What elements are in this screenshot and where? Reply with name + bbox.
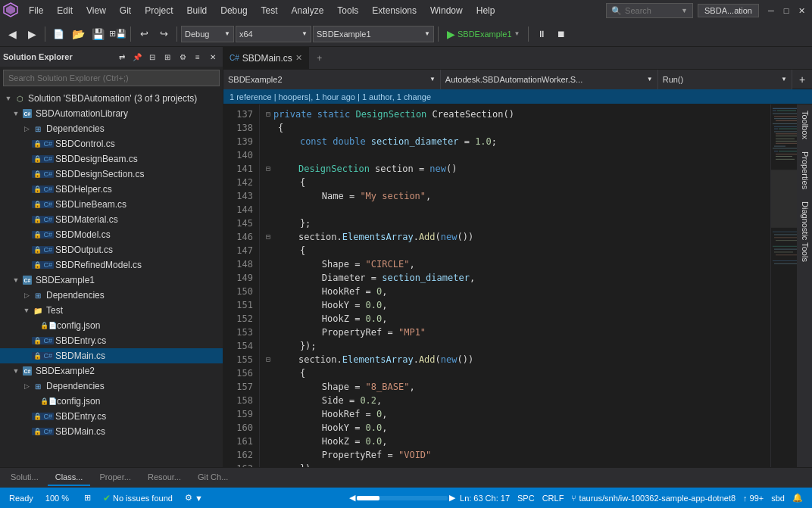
tree-item-sbdmain-2[interactable]: 🔒 C# SBDMain.cs — [0, 424, 223, 439]
menu-build[interactable]: Build — [181, 4, 214, 17]
tree-item-example1[interactable]: ▼ C# SBDExample1 — [0, 273, 223, 288]
status-position[interactable]: Ln: 63 Ch: 17 — [457, 494, 513, 503]
tree-item-sbdentry-2[interactable]: 🔒 C# SBDEntry.cs — [0, 409, 223, 424]
se-collapse-button[interactable]: ⊟ — [145, 50, 159, 64]
status-format[interactable]: ⊞ — [81, 493, 94, 503]
scroll-right-icon[interactable]: ▶ — [449, 493, 455, 503]
nav-file-dropdown[interactable]: SBDExample2 ▼ — [223, 70, 441, 89]
fold-icon[interactable]: ⊟ — [266, 353, 270, 366]
maximize-button[interactable]: □ — [779, 3, 794, 18]
properties-tab[interactable]: Properties — [797, 145, 812, 195]
tree-item-library[interactable]: ▼ C# SBDAutomationLibrary — [0, 106, 223, 121]
tree-item-cs-1[interactable]: 🔒 C# SBDControl.cs — [0, 136, 223, 151]
tree-item-config-json-2[interactable]: 🔒📄 config.json — [0, 394, 223, 409]
tree-item-cs-8[interactable]: 🔒 C# SBDOutput.cs — [0, 242, 223, 257]
menu-search-box[interactable]: 🔍 ▼ — [606, 3, 693, 18]
code-editor[interactable]: ⊟private static DesignSection CreateSect… — [260, 104, 770, 467]
menu-git[interactable]: Git — [114, 4, 137, 17]
title-button[interactable]: SBDA...ation — [698, 4, 759, 17]
debug-config-dropdown[interactable]: Debug ▼ — [181, 26, 234, 42]
forward-button[interactable]: ▶ — [23, 25, 41, 43]
open-button[interactable]: 📂 — [69, 25, 87, 43]
toolbox-tab[interactable]: Toolbox — [797, 104, 812, 145]
arch-dropdown[interactable]: x64 ▼ — [236, 26, 311, 42]
bottom-tab-git[interactable]: Git Ch... — [190, 469, 236, 486]
new-project-button[interactable]: 📄 — [49, 25, 67, 43]
status-notifications[interactable]: 🔔 — [789, 493, 806, 503]
menu-file[interactable]: File — [23, 4, 49, 17]
scroll-left-icon[interactable]: ◀ — [349, 493, 355, 503]
status-sbd[interactable]: sbd — [768, 494, 788, 503]
stop-button[interactable]: ⏹ — [552, 25, 570, 43]
fold-icon[interactable]: ⊟ — [266, 108, 270, 121]
se-filter-button[interactable]: ⊞ — [161, 50, 174, 64]
bottom-tab-properties[interactable]: Proper... — [92, 469, 139, 486]
tree-item-cs-5[interactable]: 🔒 C# SBDLineBeam.cs — [0, 197, 223, 212]
tree-item-deps-3[interactable]: ▷ ⊞ Dependencies — [0, 379, 223, 394]
menu-search-input[interactable] — [625, 6, 678, 15]
se-settings-button[interactable]: ⚙ — [176, 50, 189, 64]
menu-view[interactable]: View — [80, 4, 112, 17]
tree-item-example2[interactable]: ▼ C# SBDExample2 — [0, 363, 223, 379]
menu-tools[interactable]: Tools — [331, 4, 364, 17]
break-button[interactable]: ⏸ — [532, 25, 551, 43]
save-all-button[interactable]: ⊞💾 — [108, 25, 126, 43]
tree-item-sbdentry-1[interactable]: 🔒 C# SBDEntry.cs — [0, 333, 223, 348]
fold-icon[interactable]: ⊟ — [266, 162, 270, 176]
fold-icon[interactable]: ⊟ — [266, 230, 270, 244]
status-issues[interactable]: ✔ No issues found — [100, 493, 176, 503]
se-pin-button[interactable]: 📌 — [130, 50, 144, 64]
menu-debug[interactable]: Debug — [214, 4, 253, 17]
close-button[interactable]: ✕ — [794, 3, 809, 18]
back-button[interactable]: ◀ — [3, 25, 21, 43]
tab-add-button[interactable]: + — [309, 53, 330, 64]
minimize-button[interactable]: ─ — [764, 3, 779, 18]
tree-item-deps-2[interactable]: ▷ ⊞ Dependencies — [0, 288, 223, 303]
nav-method-dropdown[interactable]: Run() ▼ — [658, 70, 792, 89]
tree-item-cs-4[interactable]: 🔒 C# SBDHelper.cs — [0, 182, 223, 197]
tree-item-cs-2[interactable]: 🔒 C# SBDDesignBeam.cs — [0, 151, 223, 167]
save-button[interactable]: 💾 — [89, 25, 107, 43]
menu-extensions[interactable]: Extensions — [366, 4, 423, 17]
menu-edit[interactable]: Edit — [51, 4, 79, 17]
status-zoom[interactable]: 100 % — [42, 494, 72, 503]
solution-explorer-search-input[interactable] — [3, 70, 220, 86]
tree-item-config-json-1[interactable]: 🔒📄 config.json — [0, 318, 223, 333]
redo-button[interactable]: ↪ — [155, 25, 173, 43]
menu-window[interactable]: Window — [424, 4, 469, 17]
menu-analyze[interactable]: Analyze — [286, 4, 330, 17]
tree-item-cs-9[interactable]: 🔒 C# SBDRefinedModel.cs — [0, 257, 223, 273]
nav-add-button[interactable]: + — [792, 70, 812, 89]
tab-close-button[interactable]: ✕ — [295, 53, 302, 63]
undo-button[interactable]: ↩ — [135, 25, 153, 43]
nav-class-dropdown[interactable]: Autodesk.SBDAutomationWorker.S... ▼ — [441, 70, 658, 89]
tree-item-cs-7[interactable]: 🔒 C# SBDModel.cs — [0, 227, 223, 242]
menu-test[interactable]: Test — [255, 4, 284, 17]
status-encoding[interactable]: SPC — [514, 494, 538, 503]
diagnostic-tools-tab[interactable]: Diagnostic Tools — [797, 195, 812, 268]
se-close-button[interactable]: ✕ — [206, 50, 220, 64]
menu-help[interactable]: Help — [470, 4, 501, 17]
tree-item-solution[interactable]: ▼ ⬡ Solution 'SBDAutomation' (3 of 3 pro… — [0, 91, 223, 106]
run-button[interactable]: ▶ SBDExample1 ▼ — [442, 26, 524, 42]
status-line-ending[interactable]: CRLF — [539, 494, 567, 503]
se-sync-button[interactable]: ⇄ — [115, 50, 129, 64]
tree-item-cs-3[interactable]: 🔒 C# SBDDesignSection.cs — [0, 167, 223, 182]
tree-item-deps-1[interactable]: ▷ ⊞ Dependencies — [0, 121, 223, 136]
status-commits[interactable]: ↑ 99+ — [740, 494, 767, 503]
tree-item-sbdmain-1[interactable]: 🔒 C# SBDMain.cs — [0, 348, 223, 363]
code-line-144 — [266, 203, 764, 217]
tab-sbdmain[interactable]: C# SBDMain.cs ✕ — [223, 47, 309, 70]
status-branch[interactable]: ⑂ taurus/snh/iw-100362-sample-app-dotnet… — [568, 494, 739, 503]
project-dropdown[interactable]: SBDExample1 ▼ — [313, 26, 434, 42]
status-ready[interactable]: Ready — [6, 494, 36, 503]
bottom-tab-solution[interactable]: Soluti... — [3, 469, 46, 486]
bottom-tab-class[interactable]: Class... — [48, 469, 91, 486]
tree-item-folder-test[interactable]: ▼ 📁 Test — [0, 303, 223, 318]
scrollbar-track[interactable] — [357, 496, 448, 500]
tree-item-cs-6[interactable]: 🔒 C# SBDMaterial.cs — [0, 212, 223, 227]
se-more-button[interactable]: ≡ — [191, 50, 205, 64]
status-tools[interactable]: ⚙ ▼ — [182, 493, 206, 503]
bottom-tab-resources[interactable]: Resour... — [140, 469, 189, 486]
menu-project[interactable]: Project — [139, 4, 179, 17]
